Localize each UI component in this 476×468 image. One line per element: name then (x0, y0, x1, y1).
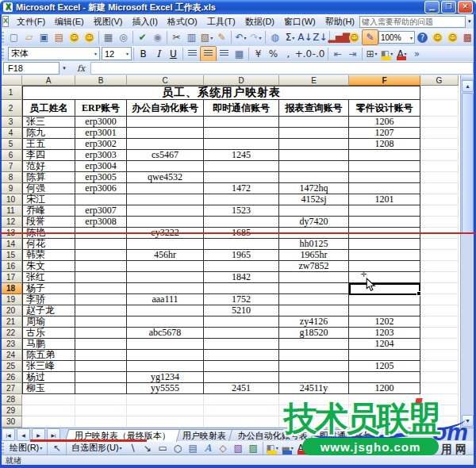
arrow-icon[interactable]: ↘ (140, 441, 155, 455)
borders-icon[interactable]: ⊞▾ (364, 47, 379, 61)
cell-B27[interactable] (75, 383, 127, 394)
sheet-tab-4[interactable]: 即时通信账号表 (310, 429, 391, 442)
row-header-23[interactable]: 23 (0, 339, 22, 350)
line-color-icon[interactable]: ▬▾ (280, 441, 295, 455)
cell-D5[interactable] (204, 139, 279, 150)
cell-header-C2[interactable]: 办公自动化账号 (127, 100, 204, 117)
cell-F5[interactable]: 1208 (349, 139, 420, 150)
cell-G4[interactable] (420, 128, 459, 139)
cell-B20[interactable] (75, 305, 127, 316)
menu-item[interactable]: 工具(T) (202, 14, 240, 29)
row-header-3[interactable]: 3 (0, 117, 22, 128)
row-header-21[interactable]: 21 (0, 316, 22, 328)
cell-A21[interactable]: 周瑜 (22, 316, 75, 328)
cell-C25[interactable] (127, 361, 204, 372)
cell-B26[interactable] (75, 372, 127, 383)
cell-A28[interactable] (22, 394, 75, 405)
row-header-10[interactable]: 10 (0, 194, 22, 205)
name-box-dropdown-icon[interactable]: ▾ (60, 62, 69, 75)
cell-F7[interactable] (349, 161, 420, 172)
fill-color-icon[interactable]: ◧▾ (379, 47, 394, 61)
new-file-icon[interactable]: ▢ (6, 30, 21, 44)
cell-G28[interactable] (420, 394, 459, 405)
column-header-A[interactable]: A (22, 75, 75, 86)
increase-indent-icon[interactable]: ⇥ (345, 47, 360, 61)
cell-B7[interactable]: erp3004 (75, 161, 127, 172)
cut-icon[interactable]: ✂ (169, 30, 184, 44)
row-header-12[interactable]: 12 (0, 217, 22, 228)
cell-G27[interactable] (420, 383, 459, 394)
cell-C3[interactable] (127, 117, 204, 128)
cell-G5[interactable] (420, 139, 459, 150)
cell-F19[interactable] (349, 294, 420, 305)
cell-C21[interactable] (127, 316, 204, 328)
fill-color-icon[interactable]: ◧▾ (265, 441, 280, 455)
insert-function-icon[interactable]: fx (77, 63, 85, 74)
column-header-E[interactable]: E (279, 75, 349, 86)
row-header-5[interactable]: 5 (0, 139, 22, 150)
cell-D8[interactable] (204, 172, 279, 183)
cell-A23[interactable]: 马鹏 (22, 339, 75, 350)
cell-B14[interactable] (75, 239, 127, 250)
research-icon[interactable]: ◉ (150, 30, 165, 44)
cell-G10[interactable] (420, 194, 459, 205)
textbox-icon[interactable]: ▤ (186, 441, 201, 455)
column-header-G[interactable]: G (420, 75, 459, 86)
cell-B22[interactable] (75, 328, 127, 339)
cell-E24[interactable] (279, 350, 349, 361)
font-size-select[interactable]: 12 ▾ (102, 47, 132, 60)
cell-E25[interactable] (279, 361, 349, 372)
print-preview-icon[interactable]: ◎ (116, 30, 131, 44)
cell-C18[interactable] (127, 283, 204, 294)
cell-B9[interactable]: erp3006 (75, 183, 127, 194)
cell-F6[interactable] (349, 150, 420, 161)
cell-E6[interactable] (279, 150, 349, 161)
cell-D15[interactable]: 1965 (204, 250, 279, 261)
cell-D16[interactable] (204, 261, 279, 272)
cell-B6[interactable]: erp3003 (75, 150, 127, 161)
vertical-scrollbar[interactable]: ▲ ▼ (460, 75, 474, 428)
cell-E16[interactable]: zw7852 (279, 261, 349, 272)
cell-A19[interactable]: 李骄 (22, 294, 75, 305)
cell-A17[interactable]: 张红 (22, 272, 75, 283)
cell-A30[interactable] (22, 416, 75, 428)
hyperlink-icon[interactable]: ◍ (267, 30, 282, 44)
cell-E4[interactable] (279, 128, 349, 139)
smiley-icon[interactable]: ☺ (67, 30, 82, 44)
cell-G26[interactable] (420, 372, 459, 383)
cell-D3[interactable] (204, 117, 279, 128)
cell-B11[interactable]: erp3007 (75, 205, 127, 217)
cell-B18[interactable] (75, 283, 127, 294)
restore-button[interactable]: ❐ (441, 1, 456, 13)
row-header-29[interactable]: 29 (0, 405, 22, 416)
help-dropdown-icon[interactable]: ▾ (466, 18, 474, 25)
cell-E20[interactable] (279, 305, 349, 316)
select-all-corner[interactable] (0, 75, 22, 86)
row-header-9[interactable]: 9 (0, 183, 22, 194)
formula-input[interactable] (90, 62, 474, 75)
toolbar-options-icon[interactable]: » (409, 47, 424, 61)
toolbar-grip[interactable] (2, 443, 4, 454)
bold-icon[interactable]: B (136, 47, 151, 61)
cell-G3[interactable] (420, 117, 459, 128)
row-header-30[interactable]: 30 (0, 416, 22, 428)
scroll-up-icon[interactable]: ▲ (462, 80, 474, 92)
cell-E10[interactable]: 4152sj (279, 194, 349, 205)
cell-A26[interactable]: 杨过 (22, 372, 75, 383)
format-painter-icon[interactable]: ✎ (214, 30, 229, 44)
cell-E15[interactable]: 1965hr (279, 250, 349, 261)
paste-icon[interactable]: ▧▾ (199, 30, 214, 44)
wordart-icon[interactable]: A (201, 441, 216, 455)
cell-header-A2[interactable]: 员工姓名 (22, 100, 75, 117)
cell-D14[interactable] (204, 239, 279, 250)
cell-D29[interactable] (204, 405, 279, 416)
drawing-toggle-icon[interactable]: ✎ (362, 29, 378, 45)
cell-F25[interactable]: 1205 (349, 361, 420, 372)
cell-F12[interactable] (349, 217, 420, 228)
menu-item[interactable]: 数据(D) (240, 14, 279, 29)
cell-C22[interactable]: abc5678 (127, 328, 204, 339)
cell-C23[interactable] (127, 339, 204, 350)
row-header-25[interactable]: 25 (0, 361, 22, 372)
cell-D17[interactable]: 1842 (204, 272, 279, 283)
cell-F28[interactable] (349, 394, 420, 405)
